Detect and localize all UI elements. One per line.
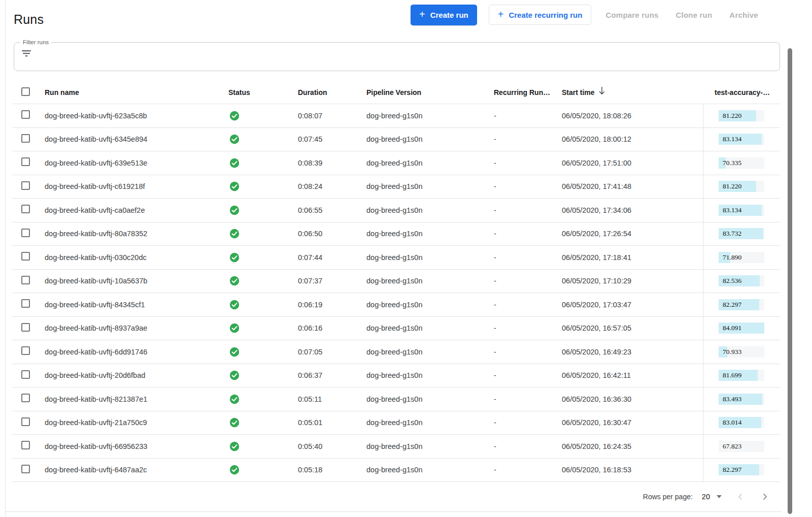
row-checkbox[interactable]: [21, 181, 30, 190]
run-name[interactable]: dog-breed-katib-uvftj-8937a9ae: [45, 324, 228, 332]
metric-value: 83.134: [719, 205, 764, 216]
run-metric-cell: 81.220: [703, 104, 780, 127]
row-checkbox[interactable]: [21, 394, 30, 402]
table-row[interactable]: dog-breed-katib-uvftj-030c20dc 0:07:44 d…: [12, 246, 780, 270]
run-pipeline-version: dog-breed-g1s0n: [366, 371, 494, 379]
row-checkbox[interactable]: [21, 276, 30, 284]
run-name[interactable]: dog-breed-katib-uvftj-84345cf1: [45, 301, 228, 309]
run-name[interactable]: dog-breed-katib-uvftj-623a5c8b: [45, 112, 228, 120]
run-name[interactable]: dog-breed-katib-uvftj-639e513e: [45, 159, 228, 167]
run-duration: 0:06:19: [298, 301, 366, 309]
metric-value: 81.220: [719, 110, 764, 121]
run-start-time: 06/05/2020, 18:00:12: [562, 135, 703, 143]
metric-value: 82.297: [719, 299, 764, 310]
table-row[interactable]: dog-breed-katib-uvftj-10a5637b 0:07:37 d…: [12, 270, 780, 294]
run-name[interactable]: dog-breed-katib-uvftj-030c20dc: [45, 253, 228, 262]
row-checkbox[interactable]: [21, 346, 30, 355]
row-checkbox[interactable]: [21, 465, 30, 473]
run-recurring: -: [494, 324, 562, 332]
status-succeeded-icon: [229, 111, 240, 121]
run-pipeline-version: dog-breed-g1s0n: [366, 348, 494, 356]
run-duration: 0:05:40: [298, 442, 366, 450]
run-pipeline-version: dog-breed-g1s0n: [366, 135, 494, 143]
table-row[interactable]: dog-breed-katib-uvftj-c619218f 0:08:24 d…: [12, 175, 780, 199]
filter-input[interactable]: [38, 46, 773, 59]
row-checkbox[interactable]: [21, 323, 30, 332]
run-name[interactable]: dog-breed-katib-uvftj-10a5637b: [45, 277, 228, 285]
run-name[interactable]: dog-breed-katib-uvftj-6487aa2c: [45, 466, 228, 474]
table-row[interactable]: dog-breed-katib-uvftj-639e513e 0:08:39 d…: [12, 151, 780, 175]
rows-per-page-value[interactable]: 20: [702, 493, 710, 501]
metric-bar: 83.134: [719, 205, 764, 216]
table-row[interactable]: dog-breed-katib-uvftj-20d6fbad 0:06:37 d…: [12, 364, 780, 388]
table-row[interactable]: dog-breed-katib-uvftj-6487aa2c 0:05:18 d…: [12, 459, 780, 482]
table-header-row: Run name Status Duration Pipeline Versio…: [12, 81, 780, 104]
filter-icon: [21, 48, 31, 58]
row-checkbox[interactable]: [21, 370, 30, 379]
metric-bar: 84.091: [719, 322, 764, 334]
table-row[interactable]: dog-breed-katib-uvftj-80a78352 0:06:50 d…: [12, 222, 780, 246]
row-checkbox[interactable]: [21, 299, 30, 308]
run-name[interactable]: dog-breed-katib-uvftj-66956233: [45, 442, 228, 450]
column-test-accuracy: test-accuracy-…: [703, 88, 780, 96]
table-row[interactable]: dog-breed-katib-uvftj-623a5c8b 0:08:07 d…: [12, 104, 780, 128]
run-status: [228, 134, 298, 144]
table-row[interactable]: dog-breed-katib-uvftj-ca0aef2e 0:06:55 d…: [12, 199, 780, 222]
create-run-button[interactable]: + Create run: [411, 5, 477, 25]
metric-value: 83.014: [719, 417, 764, 428]
run-start-time: 06/05/2020, 16:30:47: [562, 418, 703, 427]
run-start-time: 06/05/2020, 16:57:05: [562, 324, 703, 332]
next-page-button[interactable]: [756, 488, 773, 505]
vertical-scrollbar[interactable]: [788, 48, 792, 514]
table-row[interactable]: dog-breed-katib-uvftj-6345e894 0:07:45 d…: [12, 128, 780, 152]
row-checkbox[interactable]: [21, 441, 30, 449]
row-checkbox[interactable]: [21, 110, 30, 119]
toolbar: + Create run + Create recurring run Comp…: [411, 4, 758, 25]
row-checkbox[interactable]: [21, 134, 30, 143]
clone-run-button[interactable]: Clone run: [676, 11, 713, 19]
select-all-checkbox[interactable]: [21, 87, 30, 96]
status-succeeded-icon: [229, 229, 240, 239]
table-row[interactable]: dog-breed-katib-uvftj-84345cf1 0:06:19 d…: [12, 293, 780, 317]
compare-runs-button[interactable]: Compare runs: [605, 11, 658, 19]
run-name[interactable]: dog-breed-katib-uvftj-21a750c9: [45, 418, 228, 427]
chevron-left-icon: [736, 493, 745, 501]
create-recurring-run-button[interactable]: + Create recurring run: [489, 5, 592, 25]
runs-page: Runs + Create run + Create recurring run…: [0, 0, 812, 517]
rows-per-page-dropdown-icon[interactable]: [717, 495, 722, 498]
run-pipeline-version: dog-breed-g1s0n: [366, 253, 494, 262]
metric-bar: 70.933: [719, 346, 764, 358]
run-recurring: -: [494, 371, 562, 379]
filter-runs-field: Filter runs: [14, 39, 780, 71]
table-row[interactable]: dog-breed-katib-uvftj-821387e1 0:05:11 d…: [12, 387, 780, 411]
run-start-time: 06/05/2020, 17:18:41: [562, 253, 703, 262]
run-duration: 0:08:07: [298, 112, 366, 120]
metric-value: 84.091: [719, 322, 764, 334]
run-duration: 0:07:45: [298, 135, 366, 143]
table-row[interactable]: dog-breed-katib-uvftj-66956233 0:05:40 d…: [12, 435, 780, 459]
run-name[interactable]: dog-breed-katib-uvftj-ca0aef2e: [45, 206, 228, 214]
run-recurring: -: [494, 112, 562, 120]
run-name[interactable]: dog-breed-katib-uvftj-6dd91746: [45, 348, 228, 356]
run-metric-cell: 67.823: [703, 435, 780, 458]
run-name[interactable]: dog-breed-katib-uvftj-821387e1: [45, 395, 228, 403]
table-row[interactable]: dog-breed-katib-uvftj-6dd91746 0:07:05 d…: [12, 340, 780, 364]
row-checkbox[interactable]: [21, 157, 30, 166]
row-checkbox[interactable]: [21, 417, 30, 426]
metric-bar: 81.220: [719, 181, 764, 192]
table-row[interactable]: dog-breed-katib-uvftj-21a750c9 0:05:01 d…: [12, 411, 780, 435]
run-name[interactable]: dog-breed-katib-uvftj-20d6fbad: [45, 371, 228, 379]
previous-page-button[interactable]: [732, 488, 749, 505]
archive-button[interactable]: Archive: [729, 11, 758, 19]
run-status: [228, 181, 298, 191]
row-checkbox[interactable]: [21, 252, 30, 261]
row-checkbox[interactable]: [21, 229, 30, 237]
run-name[interactable]: dog-breed-katib-uvftj-6345e894: [45, 135, 228, 143]
run-duration: 0:06:50: [298, 230, 366, 238]
run-metric-cell: 82.536: [703, 270, 780, 293]
run-name[interactable]: dog-breed-katib-uvftj-80a78352: [45, 230, 228, 238]
row-checkbox[interactable]: [21, 205, 30, 213]
table-row[interactable]: dog-breed-katib-uvftj-8937a9ae 0:06:16 d…: [12, 317, 780, 341]
run-name[interactable]: dog-breed-katib-uvftj-c619218f: [45, 182, 228, 190]
column-start-time[interactable]: Start time: [562, 88, 703, 97]
